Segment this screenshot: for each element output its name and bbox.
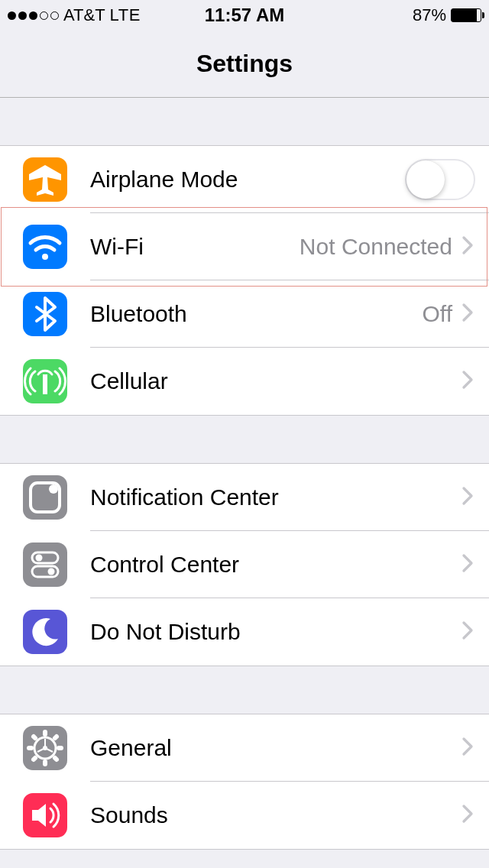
chevron-right-icon bbox=[460, 618, 475, 646]
do-not-disturb-icon bbox=[23, 610, 67, 654]
chevron-right-icon bbox=[460, 368, 475, 395]
cellular-icon bbox=[23, 359, 67, 403]
signal-dot bbox=[50, 11, 59, 20]
status-right: 87% bbox=[413, 5, 481, 25]
signal-dot bbox=[8, 11, 16, 20]
settings-group: Airplane ModeWi-FiNot ConnectedBluetooth… bbox=[0, 145, 489, 416]
settings-list: Airplane ModeWi-FiNot ConnectedBluetooth… bbox=[0, 98, 489, 850]
row-label: Notification Center bbox=[90, 484, 460, 510]
status-time: 11:57 AM bbox=[205, 5, 284, 26]
row-label: Airplane Mode bbox=[90, 167, 405, 193]
control-center-icon bbox=[23, 542, 67, 587]
settings-row-airplane-mode[interactable]: Airplane Mode bbox=[0, 146, 489, 213]
battery-fill bbox=[452, 9, 477, 21]
settings-group: GeneralSounds bbox=[0, 714, 489, 850]
signal-dot bbox=[40, 11, 48, 20]
settings-row-control-center[interactable]: Control Center bbox=[0, 531, 489, 598]
row-label: Do Not Disturb bbox=[90, 619, 460, 645]
row-label: Sounds bbox=[90, 802, 460, 828]
signal-dot bbox=[29, 11, 37, 20]
settings-row-notification-center[interactable]: Notification Center bbox=[0, 464, 489, 531]
signal-dots bbox=[8, 11, 59, 20]
row-label: Wi-Fi bbox=[90, 234, 300, 260]
status-bar: AT&T LTE 11:57 AM 87% bbox=[0, 0, 489, 31]
settings-row-do-not-disturb[interactable]: Do Not Disturb bbox=[0, 598, 489, 666]
battery-percent: 87% bbox=[413, 5, 446, 25]
toggle-knob bbox=[406, 160, 445, 199]
row-value: Off bbox=[423, 301, 452, 327]
battery-icon bbox=[451, 8, 481, 22]
settings-row-cellular[interactable]: Cellular bbox=[0, 348, 489, 415]
notification-center-icon bbox=[23, 475, 67, 520]
airplane-mode-toggle[interactable] bbox=[405, 159, 475, 200]
chevron-right-icon bbox=[460, 734, 475, 762]
status-left: AT&T LTE bbox=[8, 5, 141, 25]
settings-row-sounds[interactable]: Sounds bbox=[0, 782, 489, 849]
settings-group: Notification CenterControl CenterDo Not … bbox=[0, 463, 489, 666]
chevron-right-icon bbox=[460, 300, 475, 328]
chevron-right-icon bbox=[460, 233, 475, 261]
sounds-icon bbox=[23, 793, 67, 837]
row-label: Bluetooth bbox=[90, 301, 423, 327]
settings-header: Settings bbox=[0, 31, 489, 98]
chevron-right-icon bbox=[460, 802, 475, 829]
row-label: General bbox=[90, 735, 460, 761]
general-icon bbox=[23, 726, 67, 770]
bluetooth-icon bbox=[23, 292, 67, 336]
settings-row-wi-fi[interactable]: Wi-FiNot Connected bbox=[0, 213, 489, 280]
page-title: Settings bbox=[196, 50, 293, 78]
row-label: Cellular bbox=[90, 368, 460, 394]
settings-row-bluetooth[interactable]: BluetoothOff bbox=[0, 280, 489, 348]
wifi-icon bbox=[23, 225, 67, 269]
chevron-right-icon bbox=[460, 551, 475, 578]
row-label: Control Center bbox=[90, 552, 460, 578]
chevron-right-icon bbox=[460, 484, 475, 511]
settings-row-general[interactable]: General bbox=[0, 714, 489, 782]
signal-dot bbox=[18, 11, 27, 20]
row-value: Not Connected bbox=[300, 234, 452, 260]
network-label: LTE bbox=[110, 5, 141, 25]
carrier-label: AT&T bbox=[63, 5, 105, 25]
airplane-icon bbox=[23, 157, 67, 202]
